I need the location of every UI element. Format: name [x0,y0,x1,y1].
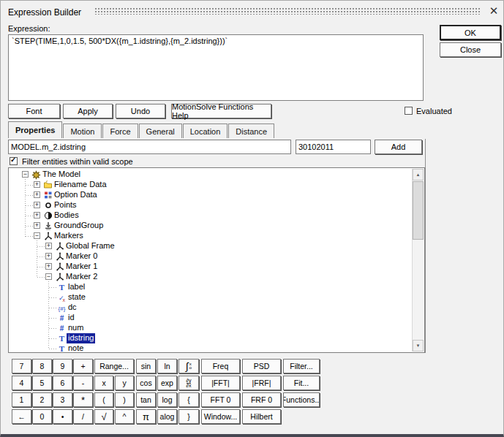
scroll-down-icon[interactable]: ▼ [413,340,424,352]
key-hilbert[interactable]: Hilbert [242,409,281,424]
key-nine[interactable]: 9 [53,359,72,373]
key-fit[interactable]: Fit... [283,376,320,390]
tree-item-bodies[interactable]: +Bodies [9,210,404,221]
tree-item-global-frame[interactable]: +Global Frame [9,241,404,251]
motionsolve-functions-help-button[interactable]: MotionSolve Functions Help [171,104,271,118]
apply-button[interactable]: Apply [63,104,113,118]
undo-button[interactable]: Undo [116,104,165,118]
key-alog[interactable]: alog [157,409,177,424]
close-button[interactable]: Close [440,42,501,57]
key-cos[interactable]: cos [136,376,156,390]
tab-properties[interactable]: Properties [8,121,62,138]
tab-location[interactable]: Location [183,123,228,138]
key-seven[interactable]: 7 [12,359,31,373]
tree-scrollbar[interactable]: ▲ ▼ [412,169,424,352]
key-plus[interactable]: + [73,359,93,373]
key-divide[interactable]: / [73,409,93,424]
key-zero[interactable]: 0 [32,409,52,424]
collapse-icon[interactable]: − [45,273,52,280]
collapse-icon[interactable]: − [22,171,29,178]
key-window[interactable]: Window... [201,409,240,424]
expand-icon[interactable]: + [34,191,40,198]
tree-item-idstring[interactable]: Tidstring [9,333,404,343]
filter-scope-checkbox[interactable]: ✓ [10,157,18,165]
key-backspace[interactable]: ← [12,409,31,424]
key-decimal[interactable]: • [53,409,72,424]
expand-icon[interactable]: + [34,202,40,208]
expand-icon[interactable]: + [45,243,52,249]
tree-item-marker-0[interactable]: +Marker 0 [9,251,404,262]
evaluated-checkbox[interactable] [405,107,413,115]
tree-item-marker-2[interactable]: −Marker 2 [9,272,404,282]
tree-item-num[interactable]: #num [9,323,404,333]
key-range[interactable]: Range... [94,359,134,373]
entity-path-input[interactable] [8,140,291,154]
key-fft-0[interactable]: FFT 0 [201,392,240,407]
key-psd[interactable]: PSD [242,359,281,373]
expand-icon[interactable]: + [34,212,40,218]
add-button[interactable]: Add [375,140,422,154]
key-sin[interactable]: sin [136,359,156,373]
key-two[interactable]: 2 [32,392,52,407]
tree-item-markers[interactable]: −Markers [9,231,404,241]
key-frf-abs[interactable]: |FRF| [242,376,281,390]
tree-item-state[interactable]: ✓xstate [9,292,404,303]
key-power[interactable]: ^ [115,409,134,424]
font-button[interactable]: Font [8,104,60,118]
key-paren-open[interactable]: ( [94,392,113,407]
key-brace-close[interactable]: } [178,409,199,424]
key-four[interactable]: 4 [12,376,31,390]
tree-item-id[interactable]: #id [9,313,404,323]
tree-item-filename-data[interactable]: +Filename Data [9,180,404,190]
tree-item-points[interactable]: +Points [9,200,404,210]
key-fft-abs[interactable]: |FFT| [201,376,240,390]
key-exp[interactable]: exp [157,376,177,390]
scroll-up-icon[interactable]: ▲ [413,169,424,180]
tree-item-groundgroup[interactable]: +GroundGroup [9,221,404,231]
key-x[interactable]: x [94,376,113,390]
key-one[interactable]: 1 [12,392,31,407]
tab-motion[interactable]: Motion [63,123,102,138]
key-pi[interactable]: π [136,409,156,424]
key-derivative[interactable]: ∂y∂x [178,376,199,390]
entity-id-input[interactable] [296,140,371,154]
key-six[interactable]: 6 [53,376,72,390]
key-multiply[interactable]: * [73,392,93,407]
key-minus[interactable]: - [73,376,93,390]
key-freq[interactable]: Freq [201,359,240,373]
tab-distance[interactable]: Distance [228,123,274,138]
close-icon[interactable]: ✕ [488,6,500,16]
scrollbar-thumb[interactable] [413,181,424,240]
key-filter[interactable]: Filter... [283,359,320,373]
key-log[interactable]: log [157,392,177,407]
title-drag-gripper[interactable] [94,7,481,15]
key-y[interactable]: y [115,376,134,390]
key-integral[interactable]: ∫xo [178,359,199,373]
key-sqrt[interactable]: √ [94,409,113,424]
key-three[interactable]: 3 [53,392,72,407]
tab-general[interactable]: General [139,123,182,138]
expression-input[interactable]: `STEP(TIME,1,0,1.5, 500*DX({m_1.idstring… [8,34,424,101]
key-functions[interactable]: Functions... [283,392,320,407]
key-tan[interactable]: tan [136,392,156,407]
expand-icon[interactable]: + [45,253,52,259]
collapse-icon[interactable]: − [34,232,40,239]
key-paren-close[interactable]: ) [115,392,134,407]
expand-icon[interactable]: + [34,222,40,229]
expand-icon[interactable]: + [45,263,52,270]
key-eight[interactable]: 8 [32,359,52,373]
tab-force[interactable]: Force [102,123,138,138]
tree-item-the-model[interactable]: −The Model [9,170,404,180]
expand-icon[interactable]: + [34,181,40,188]
ok-button[interactable]: OK [440,25,501,40]
key-five[interactable]: 5 [32,376,52,390]
tree-item-option-data[interactable]: +Option Data [9,190,404,200]
key-brace-open[interactable]: { [178,392,199,407]
key-frf-0[interactable]: FRF 0 [242,392,281,407]
tree-item-label[interactable]: Tlabel [9,282,404,292]
tree-item-note[interactable]: Tnote [9,343,404,353]
key-ln[interactable]: ln [157,359,177,373]
tree-item-marker-1[interactable]: +Marker 1 [9,262,404,272]
tree-connector [26,226,34,227]
tree-item-dc[interactable]: {#}dc [9,303,404,313]
